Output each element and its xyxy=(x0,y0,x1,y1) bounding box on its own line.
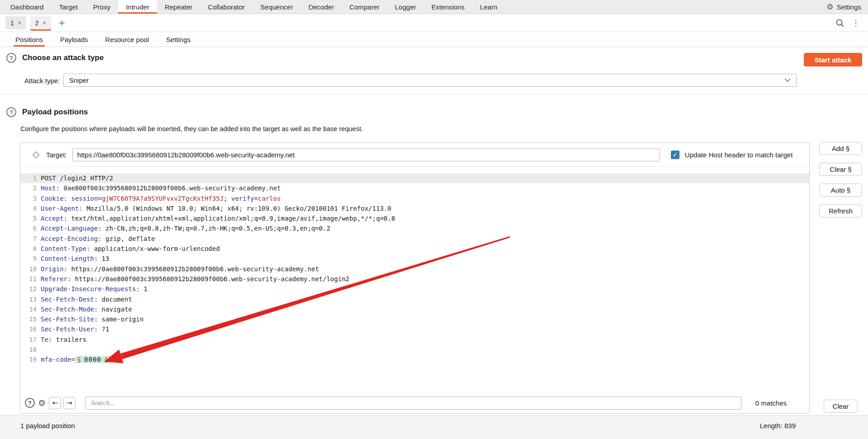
token: ; xyxy=(224,195,231,202)
editor-line-5[interactable]: 5Accept: text/html,application/xhtml+xml… xyxy=(20,213,809,223)
line-number: 8 xyxy=(20,244,37,254)
editor-line-4[interactable]: 4User-Agent: Mozilla/5.0 (Windows NT 10.… xyxy=(20,203,809,213)
line-content: Sec-Fetch-User: ?1 xyxy=(41,324,109,334)
attack-tab-bar: 1 × 2 × + ⋮ xyxy=(0,14,868,32)
token: session= xyxy=(71,195,101,202)
token: Te: xyxy=(41,336,52,343)
start-attack-button[interactable]: Start attack xyxy=(804,53,862,66)
attack-tab-2[interactable]: 2 × xyxy=(30,16,51,29)
attack-type-section-header: ? Choose an attack type xyxy=(6,53,104,63)
refresh-button[interactable]: Refresh xyxy=(819,204,862,217)
token: https://0ae800f003c3995680912b28009f00b6… xyxy=(71,275,349,283)
burp-intruder-window: Dashboard Target Proxy Intruder Repeater… xyxy=(0,0,868,439)
previous-match-button[interactable]: ← xyxy=(49,397,61,409)
line-number: 17 xyxy=(20,335,37,345)
auto-section-button[interactable]: Auto § xyxy=(819,184,862,197)
update-host-checkbox[interactable]: ✓ xyxy=(671,151,679,159)
line-number: 3 xyxy=(20,194,37,203)
attack-type-select[interactable]: Sniper xyxy=(63,74,797,87)
settings-menu-item[interactable]: ⚙ Settings xyxy=(820,0,868,14)
search-icon[interactable] xyxy=(835,19,844,28)
attack-tab-1-label: 1 xyxy=(10,19,14,27)
line-number: 9 xyxy=(20,254,37,264)
tab-payloads[interactable]: Payloads xyxy=(58,32,90,47)
editor-line-14[interactable]: 14Sec-Fetch-Mode: navigate xyxy=(20,304,809,314)
line-number: 19 xyxy=(20,354,37,364)
token: carlos xyxy=(258,195,281,202)
line-content: Content-Type: application/x-www-form-url… xyxy=(41,244,220,254)
menu-item-learn[interactable]: Learn xyxy=(472,0,505,14)
search-input[interactable] xyxy=(85,397,741,410)
editor-line-2[interactable]: 2Host: 0ae800f003c3995680912b28009f00b6.… xyxy=(20,183,809,193)
editor-line-18[interactable]: 18 xyxy=(20,345,809,354)
kebab-menu-icon[interactable]: ⋮ xyxy=(852,18,860,28)
editor-line-13[interactable]: 13Sec-Fetch-Dest: document xyxy=(20,294,809,304)
token: POST /login2 HTTP/2 xyxy=(41,175,113,182)
token: gjW7C60T9A7a9SYUFvxv2TgcKxtHf35J xyxy=(102,195,224,202)
editor-line-1[interactable]: 1POST /login2 HTTP/2 xyxy=(20,173,809,183)
token: User-Agent: xyxy=(41,205,83,212)
request-editor[interactable]: 1POST /login2 HTTP/22Host: 0ae800f003c39… xyxy=(20,167,809,365)
editor-line-7[interactable]: 7Accept-Encoding: gzip, deflate xyxy=(20,234,809,244)
token: Accept: xyxy=(41,215,67,222)
next-match-button[interactable]: → xyxy=(63,397,75,409)
editor-line-11[interactable]: 11Referer: https://0ae800f003c3995680912… xyxy=(20,274,809,284)
tab-positions[interactable]: Positions xyxy=(14,32,45,47)
line-content: Referer: https://0ae800f003c3995680912b2… xyxy=(41,274,349,284)
editor-line-9[interactable]: 9Content-Length: 13 xyxy=(20,254,809,264)
menu-item-collaborator[interactable]: Collaborator xyxy=(200,0,253,14)
menu-item-intruder[interactable]: Intruder xyxy=(118,0,157,14)
menu-item-proxy[interactable]: Proxy xyxy=(85,0,118,14)
token: ?1 xyxy=(98,326,109,333)
token: Content-Length: xyxy=(41,255,98,262)
clear-section-button[interactable]: Clear § xyxy=(819,163,862,176)
line-number: 6 xyxy=(20,223,37,233)
target-input[interactable] xyxy=(72,148,660,161)
tab-settings[interactable]: Settings xyxy=(164,32,192,47)
line-number: 4 xyxy=(20,203,37,213)
menu-item-extensions[interactable]: Extensions xyxy=(424,0,472,14)
editor-line-17[interactable]: 17Te: trailers xyxy=(20,335,809,345)
editor-line-12[interactable]: 12Upgrade-Insecure-Requests: 1 xyxy=(20,284,809,294)
menu-item-decoder[interactable]: Decoder xyxy=(301,0,342,14)
line-number: 16 xyxy=(20,324,37,334)
attack-type-value: Sniper xyxy=(69,76,89,84)
line-number: 15 xyxy=(20,314,37,324)
attack-tab-1[interactable]: 1 × xyxy=(5,16,26,29)
clear-search-button[interactable]: Clear xyxy=(824,400,858,413)
editor-line-16[interactable]: 16Sec-Fetch-User: ?1 xyxy=(20,324,809,334)
new-tab-button[interactable]: + xyxy=(59,18,65,28)
menu-item-comparer[interactable]: Comparer xyxy=(342,0,387,14)
line-content: User-Agent: Mozilla/5.0 (Windows NT 10.0… xyxy=(41,203,391,213)
menu-item-repeater[interactable]: Repeater xyxy=(157,0,200,14)
menu-item-target[interactable]: Target xyxy=(51,0,85,14)
token: Content-Type: xyxy=(41,245,90,252)
editor-line-8[interactable]: 8Content-Type: application/x-www-form-ur… xyxy=(20,244,809,254)
line-content: Accept-Language: zh-CN,zh;q=0.8,zh-TW;q=… xyxy=(41,223,330,233)
editor-line-6[interactable]: 6Accept-Language: zh-CN,zh;q=0.8,zh-TW;q… xyxy=(20,223,809,233)
help-icon[interactable]: ? xyxy=(25,398,35,408)
tab-resource-pool[interactable]: Resource pool xyxy=(104,32,151,47)
menu-item-dashboard[interactable]: Dashboard xyxy=(3,0,51,14)
gear-icon[interactable]: ⚙ xyxy=(38,398,46,408)
help-icon[interactable]: ? xyxy=(6,53,16,63)
token: document xyxy=(98,296,132,303)
help-icon[interactable]: ? xyxy=(6,107,16,117)
gear-icon: ⚙ xyxy=(827,3,834,11)
token: Accept-Language: xyxy=(41,225,102,232)
editor-line-3[interactable]: 3Cookie: session=gjW7C60T9A7a9SYUFvxv2Tg… xyxy=(20,194,809,203)
editor-line-15[interactable]: 15Sec-Fetch-Site: same-origin xyxy=(20,314,809,324)
menu-item-sequencer[interactable]: Sequencer xyxy=(253,0,301,14)
update-host-label: Update Host header to match target xyxy=(685,151,793,159)
status-bar: 1 payload position Length: 839 xyxy=(0,415,868,439)
editor-line-19[interactable]: 19mfa-code=§0000§ xyxy=(20,354,809,364)
add-section-button[interactable]: Add § xyxy=(819,142,862,155)
line-content: mfa-code=§0000§ xyxy=(41,354,110,364)
editor-line-10[interactable]: 10Origin: https://0ae800f003c3995680912b… xyxy=(20,264,809,274)
chevron-down-icon xyxy=(784,78,791,82)
close-icon[interactable]: × xyxy=(43,20,46,26)
menu-item-logger[interactable]: Logger xyxy=(387,0,424,14)
token: Origin: xyxy=(41,265,67,273)
payload-value: 0000 xyxy=(83,356,102,363)
close-icon[interactable]: × xyxy=(18,20,21,26)
